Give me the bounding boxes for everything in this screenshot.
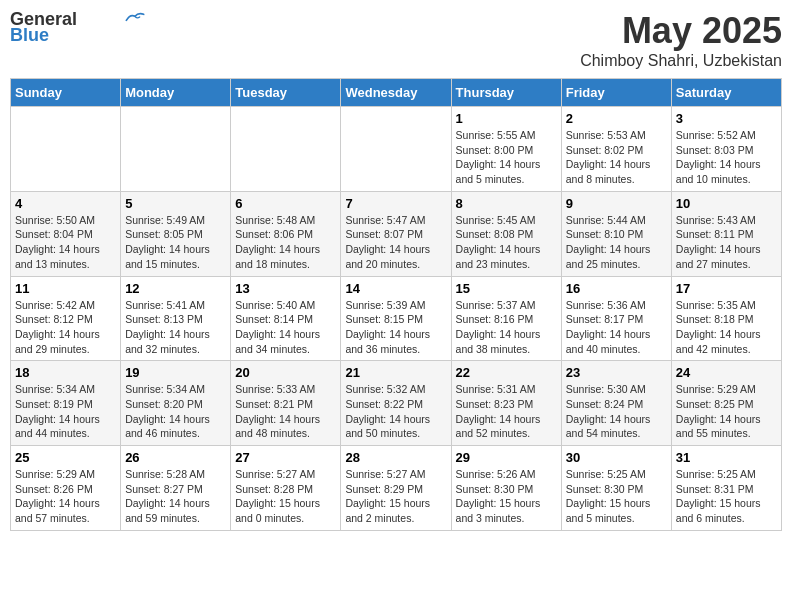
calendar-week-row: 18Sunrise: 5:34 AMSunset: 8:19 PMDayligh…: [11, 361, 782, 446]
day-info: Sunrise: 5:29 AMSunset: 8:26 PMDaylight:…: [15, 467, 116, 526]
day-number: 1: [456, 111, 557, 126]
calendar-cell: 28Sunrise: 5:27 AMSunset: 8:29 PMDayligh…: [341, 446, 451, 531]
day-header-friday: Friday: [561, 79, 671, 107]
calendar-body: 1Sunrise: 5:55 AMSunset: 8:00 PMDaylight…: [11, 107, 782, 531]
day-number: 19: [125, 365, 226, 380]
calendar-week-row: 4Sunrise: 5:50 AMSunset: 8:04 PMDaylight…: [11, 191, 782, 276]
day-info: Sunrise: 5:26 AMSunset: 8:30 PMDaylight:…: [456, 467, 557, 526]
calendar-cell: 21Sunrise: 5:32 AMSunset: 8:22 PMDayligh…: [341, 361, 451, 446]
calendar-header-row: SundayMondayTuesdayWednesdayThursdayFrid…: [11, 79, 782, 107]
day-info: Sunrise: 5:31 AMSunset: 8:23 PMDaylight:…: [456, 382, 557, 441]
calendar-table: SundayMondayTuesdayWednesdayThursdayFrid…: [10, 78, 782, 531]
calendar-cell: 9Sunrise: 5:44 AMSunset: 8:10 PMDaylight…: [561, 191, 671, 276]
day-info: Sunrise: 5:28 AMSunset: 8:27 PMDaylight:…: [125, 467, 226, 526]
calendar-cell: 14Sunrise: 5:39 AMSunset: 8:15 PMDayligh…: [341, 276, 451, 361]
day-info: Sunrise: 5:47 AMSunset: 8:07 PMDaylight:…: [345, 213, 446, 272]
day-number: 18: [15, 365, 116, 380]
day-number: 21: [345, 365, 446, 380]
day-number: 3: [676, 111, 777, 126]
day-info: Sunrise: 5:35 AMSunset: 8:18 PMDaylight:…: [676, 298, 777, 357]
calendar-cell: 10Sunrise: 5:43 AMSunset: 8:11 PMDayligh…: [671, 191, 781, 276]
day-header-sunday: Sunday: [11, 79, 121, 107]
day-info: Sunrise: 5:53 AMSunset: 8:02 PMDaylight:…: [566, 128, 667, 187]
day-number: 15: [456, 281, 557, 296]
day-info: Sunrise: 5:41 AMSunset: 8:13 PMDaylight:…: [125, 298, 226, 357]
day-number: 17: [676, 281, 777, 296]
title-block: May 2025 Chimboy Shahri, Uzbekistan: [580, 10, 782, 70]
day-number: 27: [235, 450, 336, 465]
calendar-cell: 25Sunrise: 5:29 AMSunset: 8:26 PMDayligh…: [11, 446, 121, 531]
calendar-cell: 5Sunrise: 5:49 AMSunset: 8:05 PMDaylight…: [121, 191, 231, 276]
day-info: Sunrise: 5:33 AMSunset: 8:21 PMDaylight:…: [235, 382, 336, 441]
day-number: 9: [566, 196, 667, 211]
calendar-cell: [341, 107, 451, 192]
calendar-cell: [121, 107, 231, 192]
day-number: 25: [15, 450, 116, 465]
calendar-cell: 15Sunrise: 5:37 AMSunset: 8:16 PMDayligh…: [451, 276, 561, 361]
day-header-monday: Monday: [121, 79, 231, 107]
calendar-cell: 24Sunrise: 5:29 AMSunset: 8:25 PMDayligh…: [671, 361, 781, 446]
calendar-week-row: 11Sunrise: 5:42 AMSunset: 8:12 PMDayligh…: [11, 276, 782, 361]
day-header-saturday: Saturday: [671, 79, 781, 107]
day-info: Sunrise: 5:42 AMSunset: 8:12 PMDaylight:…: [15, 298, 116, 357]
day-number: 12: [125, 281, 226, 296]
day-number: 23: [566, 365, 667, 380]
day-info: Sunrise: 5:45 AMSunset: 8:08 PMDaylight:…: [456, 213, 557, 272]
calendar-cell: 23Sunrise: 5:30 AMSunset: 8:24 PMDayligh…: [561, 361, 671, 446]
day-info: Sunrise: 5:40 AMSunset: 8:14 PMDaylight:…: [235, 298, 336, 357]
day-info: Sunrise: 5:44 AMSunset: 8:10 PMDaylight:…: [566, 213, 667, 272]
day-number: 10: [676, 196, 777, 211]
day-info: Sunrise: 5:50 AMSunset: 8:04 PMDaylight:…: [15, 213, 116, 272]
day-info: Sunrise: 5:49 AMSunset: 8:05 PMDaylight:…: [125, 213, 226, 272]
day-number: 11: [15, 281, 116, 296]
calendar-cell: 7Sunrise: 5:47 AMSunset: 8:07 PMDaylight…: [341, 191, 451, 276]
logo: General Blue: [10, 10, 145, 46]
day-number: 5: [125, 196, 226, 211]
day-info: Sunrise: 5:52 AMSunset: 8:03 PMDaylight:…: [676, 128, 777, 187]
day-info: Sunrise: 5:37 AMSunset: 8:16 PMDaylight:…: [456, 298, 557, 357]
calendar-cell: 31Sunrise: 5:25 AMSunset: 8:31 PMDayligh…: [671, 446, 781, 531]
calendar-subtitle: Chimboy Shahri, Uzbekistan: [580, 52, 782, 70]
day-number: 13: [235, 281, 336, 296]
day-number: 20: [235, 365, 336, 380]
day-info: Sunrise: 5:29 AMSunset: 8:25 PMDaylight:…: [676, 382, 777, 441]
day-header-tuesday: Tuesday: [231, 79, 341, 107]
calendar-cell: 3Sunrise: 5:52 AMSunset: 8:03 PMDaylight…: [671, 107, 781, 192]
day-info: Sunrise: 5:36 AMSunset: 8:17 PMDaylight:…: [566, 298, 667, 357]
calendar-cell: 1Sunrise: 5:55 AMSunset: 8:00 PMDaylight…: [451, 107, 561, 192]
calendar-cell: 12Sunrise: 5:41 AMSunset: 8:13 PMDayligh…: [121, 276, 231, 361]
day-number: 4: [15, 196, 116, 211]
calendar-cell: 19Sunrise: 5:34 AMSunset: 8:20 PMDayligh…: [121, 361, 231, 446]
day-info: Sunrise: 5:43 AMSunset: 8:11 PMDaylight:…: [676, 213, 777, 272]
day-number: 22: [456, 365, 557, 380]
day-number: 6: [235, 196, 336, 211]
calendar-cell: 26Sunrise: 5:28 AMSunset: 8:27 PMDayligh…: [121, 446, 231, 531]
logo-blue-text: Blue: [10, 26, 49, 46]
day-number: 31: [676, 450, 777, 465]
day-header-thursday: Thursday: [451, 79, 561, 107]
calendar-cell: 20Sunrise: 5:33 AMSunset: 8:21 PMDayligh…: [231, 361, 341, 446]
calendar-week-row: 25Sunrise: 5:29 AMSunset: 8:26 PMDayligh…: [11, 446, 782, 531]
page-header: General Blue May 2025 Chimboy Shahri, Uz…: [10, 10, 782, 70]
calendar-cell: 18Sunrise: 5:34 AMSunset: 8:19 PMDayligh…: [11, 361, 121, 446]
day-number: 28: [345, 450, 446, 465]
calendar-cell: 27Sunrise: 5:27 AMSunset: 8:28 PMDayligh…: [231, 446, 341, 531]
calendar-cell: 4Sunrise: 5:50 AMSunset: 8:04 PMDaylight…: [11, 191, 121, 276]
day-info: Sunrise: 5:39 AMSunset: 8:15 PMDaylight:…: [345, 298, 446, 357]
calendar-cell: 8Sunrise: 5:45 AMSunset: 8:08 PMDaylight…: [451, 191, 561, 276]
calendar-cell: 11Sunrise: 5:42 AMSunset: 8:12 PMDayligh…: [11, 276, 121, 361]
day-info: Sunrise: 5:55 AMSunset: 8:00 PMDaylight:…: [456, 128, 557, 187]
day-number: 24: [676, 365, 777, 380]
day-info: Sunrise: 5:34 AMSunset: 8:20 PMDaylight:…: [125, 382, 226, 441]
calendar-week-row: 1Sunrise: 5:55 AMSunset: 8:00 PMDaylight…: [11, 107, 782, 192]
calendar-cell: [231, 107, 341, 192]
calendar-cell: 29Sunrise: 5:26 AMSunset: 8:30 PMDayligh…: [451, 446, 561, 531]
day-number: 2: [566, 111, 667, 126]
day-info: Sunrise: 5:30 AMSunset: 8:24 PMDaylight:…: [566, 382, 667, 441]
day-number: 16: [566, 281, 667, 296]
day-header-wednesday: Wednesday: [341, 79, 451, 107]
calendar-cell: 13Sunrise: 5:40 AMSunset: 8:14 PMDayligh…: [231, 276, 341, 361]
day-number: 30: [566, 450, 667, 465]
day-info: Sunrise: 5:25 AMSunset: 8:30 PMDaylight:…: [566, 467, 667, 526]
day-info: Sunrise: 5:25 AMSunset: 8:31 PMDaylight:…: [676, 467, 777, 526]
